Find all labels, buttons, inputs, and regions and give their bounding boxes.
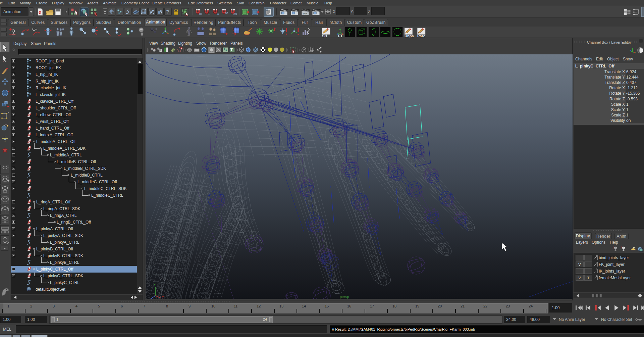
svg-text:SH: SH <box>322 34 327 38</box>
svg-text:x: x <box>162 295 164 299</box>
svg-text:y: y <box>154 283 156 286</box>
svg-text:IPR: IPR <box>303 12 308 15</box>
svg-text:FT: FT <box>338 34 343 38</box>
svg-text:Unpa: Unpa <box>405 34 414 38</box>
svg-text:Pare: Pare <box>417 34 425 38</box>
svg-text:persp: persp <box>340 295 349 299</box>
svg-text:T: T <box>230 48 233 52</box>
